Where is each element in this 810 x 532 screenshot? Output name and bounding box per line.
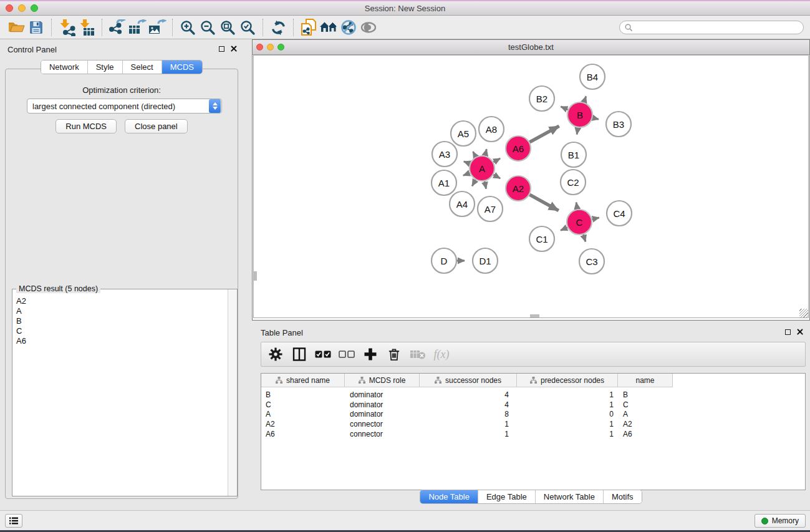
mcds-result-item[interactable]: A2	[16, 296, 224, 306]
delete-table-icon[interactable]	[408, 345, 427, 364]
graph-node-A5[interactable]: A5	[451, 121, 476, 146]
mcds-result-item[interactable]: C	[16, 326, 224, 336]
table-row[interactable]: A dominator 8 0 A	[261, 410, 805, 420]
graph-node-C3[interactable]: C3	[579, 249, 604, 274]
add-column-icon[interactable]	[361, 345, 380, 364]
zoom-selected-icon[interactable]	[238, 18, 258, 37]
export-image-icon[interactable]	[147, 18, 167, 37]
column-header-name[interactable]: name	[618, 374, 673, 387]
task-history-button[interactable]	[5, 514, 22, 528]
graph-node-A8[interactable]: A8	[479, 117, 504, 142]
graph-node-B[interactable]: B	[567, 102, 592, 127]
new-network-from-selection-icon[interactable]	[299, 18, 319, 37]
column-header-successor-nodes[interactable]: successor nodes	[420, 374, 517, 387]
column-header-shared-name[interactable]: shared name	[261, 374, 345, 387]
graph-node-A1[interactable]: A1	[432, 170, 456, 195]
float-panel-icon[interactable]	[219, 46, 224, 52]
tab-mcds[interactable]: MCDS	[162, 60, 202, 74]
graph-edge-A-A3[interactable]	[464, 162, 470, 164]
graph-node-B1[interactable]: B1	[561, 142, 586, 167]
column-header-predecessor-nodes[interactable]: predecessor nodes	[517, 374, 618, 387]
table-row[interactable]: A2 connector 1 1 A2	[261, 419, 805, 429]
graph-edge-B-B3[interactable]	[592, 118, 599, 119]
float-panel-icon[interactable]	[785, 329, 791, 335]
tab-edge-table[interactable]: Edge Table	[478, 490, 535, 503]
graph-edge-A-A4[interactable]	[472, 180, 476, 186]
table-row[interactable]: B dominator 4 1 B	[261, 390, 805, 400]
tab-style[interactable]: Style	[87, 60, 122, 74]
graph-node-A3[interactable]: A3	[432, 142, 457, 167]
import-table-icon[interactable]	[77, 18, 97, 37]
memory-button[interactable]: Memory	[755, 514, 806, 528]
mcds-result-item[interactable]: A	[16, 306, 224, 316]
optimization-criterion-dropdown[interactable]: largest connected component (directed)	[27, 99, 222, 114]
tab-select[interactable]: Select	[122, 60, 162, 74]
column-visibility-icon[interactable]	[290, 345, 309, 364]
graph-edge-C-C1[interactable]	[561, 228, 567, 231]
graph-node-B4[interactable]: B4	[580, 64, 605, 89]
close-panel-icon[interactable]	[231, 46, 237, 52]
table-row[interactable]: A6 connector 1 1 A6	[261, 429, 805, 439]
function-builder-icon[interactable]: f(x)	[432, 345, 451, 364]
settings-gear-icon[interactable]	[266, 345, 285, 364]
graph-edge-B-B2[interactable]	[561, 107, 567, 110]
graph-node-C[interactable]: C	[567, 210, 592, 235]
open-session-icon[interactable]	[6, 18, 26, 37]
hide-selection-icon[interactable]	[339, 18, 359, 37]
zoom-fit-icon[interactable]	[218, 18, 238, 37]
vertical-scroll-nub[interactable]	[254, 271, 257, 281]
zoom-out-icon[interactable]	[198, 18, 218, 37]
import-network-icon[interactable]	[57, 18, 77, 37]
network-window-titlebar[interactable]: testGlobe.txt	[253, 40, 809, 55]
graph-edge-A-A2[interactable]	[493, 175, 500, 178]
table-row[interactable]: C dominator 4 1 C	[261, 400, 805, 410]
zoom-in-icon[interactable]	[178, 18, 198, 37]
graph-edge-A-A6[interactable]	[493, 158, 500, 162]
graph-node-D1[interactable]: D1	[473, 248, 498, 273]
tab-node-table[interactable]: Node Table	[420, 490, 478, 503]
tab-network-table[interactable]: Network Table	[535, 490, 603, 503]
graph-node-D[interactable]: D	[432, 248, 456, 273]
network-canvas[interactable]: B4B2BB3A5A8A6B1A3AC2A1A2A4A7C4CC1C3DD1	[253, 55, 809, 318]
graph-edge-A2-C[interactable]	[529, 195, 558, 211]
graph-node-C4[interactable]: C4	[607, 201, 632, 226]
graph-node-C2[interactable]: C2	[561, 170, 586, 195]
tab-network[interactable]: Network	[41, 60, 87, 74]
graph-node-A7[interactable]: A7	[478, 196, 503, 221]
graph-edge-A-A8[interactable]	[485, 149, 486, 155]
graph-edge-A6-B[interactable]	[529, 126, 559, 142]
graph-edge-A-A1[interactable]	[463, 173, 470, 175]
show-all-icon[interactable]	[359, 18, 378, 37]
refresh-icon[interactable]	[268, 18, 288, 37]
graph-node-B2[interactable]: B2	[529, 86, 554, 111]
select-all-checkboxes-icon[interactable]	[314, 345, 332, 364]
run-mcds-button[interactable]: Run MCDS	[55, 119, 117, 133]
graph-edge-B-B4[interactable]	[584, 96, 586, 102]
graph-node-A4[interactable]: A4	[450, 191, 475, 216]
graph-node-A[interactable]: A	[470, 156, 494, 181]
graph-node-C1[interactable]: C1	[529, 226, 554, 251]
save-session-icon[interactable]	[26, 18, 46, 37]
graph-node-B3[interactable]: B3	[606, 112, 631, 137]
delete-column-icon[interactable]	[385, 345, 403, 364]
result-list-scrollbar[interactable]	[228, 289, 237, 496]
export-table-icon[interactable]	[127, 18, 147, 37]
graph-node-A2[interactable]: A2	[506, 176, 531, 201]
graph-edge-C-C3[interactable]	[583, 235, 586, 242]
horizontal-scroll-nub[interactable]	[530, 314, 539, 317]
search-input[interactable]	[633, 23, 798, 32]
column-header-mcds-role[interactable]: MCDS role	[345, 374, 420, 387]
mcds-result-item[interactable]: B	[16, 316, 224, 326]
graph-edge-A-A7[interactable]	[485, 181, 486, 189]
graph-edge-A-A5[interactable]	[473, 152, 476, 157]
graph-edge-C-C4[interactable]	[592, 218, 599, 219]
deselect-all-checkboxes-icon[interactable]	[337, 345, 356, 364]
window-resize-grip[interactable]	[799, 309, 808, 317]
close-panel-button[interactable]: Close panel	[125, 119, 188, 133]
graph-edge-C-C2[interactable]	[576, 203, 577, 210]
first-neighbors-icon[interactable]	[319, 18, 339, 37]
tab-motifs[interactable]: Motifs	[603, 490, 642, 503]
close-panel-icon[interactable]	[797, 329, 803, 335]
graph-edge-B-B1[interactable]	[577, 128, 578, 135]
graph-node-A6[interactable]: A6	[506, 136, 531, 161]
